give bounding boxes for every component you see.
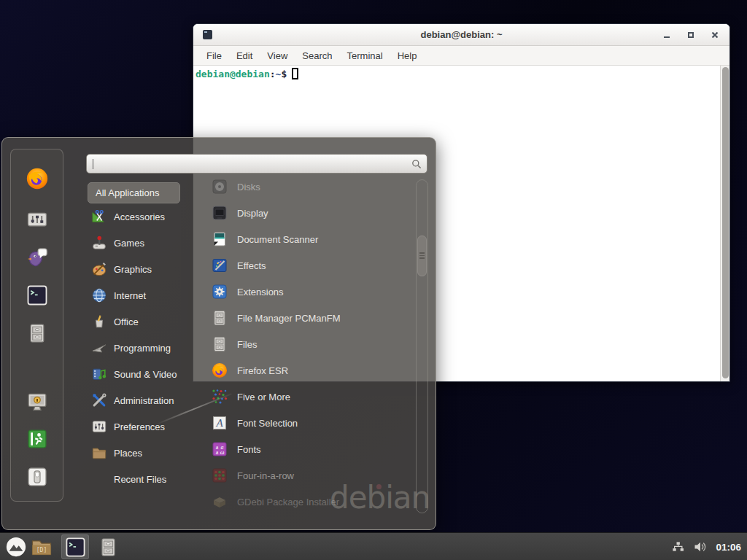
app-label: Font Selection	[237, 418, 298, 429]
text-caret	[93, 159, 93, 169]
category-places[interactable]: Places	[88, 440, 203, 466]
app-disks[interactable]: Disks	[206, 174, 412, 200]
app-five-or-more[interactable]: Five or More	[206, 384, 412, 410]
app-file-manager-pcmanfm[interactable]: File Manager PCManFM	[206, 305, 412, 331]
control-center-icon	[26, 209, 48, 230]
lock-screen-icon	[26, 391, 48, 413]
app-document-scanner[interactable]: Document Scanner	[206, 226, 412, 252]
terminal-scrollbar-thumb[interactable]	[722, 67, 729, 378]
category-sound-video[interactable]: Sound & Video	[88, 361, 203, 387]
prompt-symbol: $	[281, 69, 287, 79]
category-label: Sound & Video	[114, 369, 177, 380]
category-label: Office	[114, 316, 139, 327]
favorite-firefox[interactable]	[25, 166, 50, 191]
file-cabinet-icon	[211, 335, 228, 353]
menu-help[interactable]: Help	[390, 47, 425, 64]
taskbar-terminal-window-button[interactable]	[61, 534, 89, 559]
volume-icon[interactable]	[693, 540, 708, 554]
terminal-titlebar[interactable]: debian@debian: ~	[193, 24, 729, 46]
app-label: GDebi Package Installer	[237, 497, 339, 508]
file-cabinet-icon	[98, 537, 119, 558]
category-internet[interactable]: Internet	[88, 282, 203, 308]
app-label: Firefox ESR	[237, 365, 288, 376]
favorite-files[interactable]	[25, 321, 50, 346]
maximize-button[interactable]	[686, 31, 695, 40]
menu-scrollbar-thumb[interactable]	[417, 236, 427, 276]
prompt-separator: :	[270, 69, 276, 79]
firefox-icon	[211, 362, 228, 379]
app-fonts[interactable]: aaaω Fonts	[206, 436, 412, 462]
app-label: Display	[237, 208, 268, 219]
firefox-icon	[25, 166, 50, 191]
menu-terminal[interactable]: Terminal	[340, 47, 390, 64]
shell-prompt-line: debian@debian:~$	[193, 66, 729, 79]
favorite-terminal[interactable]	[25, 283, 50, 308]
desktop: debian debian@debian: ~ File Edit View S…	[0, 0, 747, 560]
terminal-cursor	[292, 68, 298, 79]
category-games[interactable]: Games	[88, 230, 203, 256]
search-input[interactable]	[93, 157, 406, 171]
category-label: Administration	[114, 395, 174, 406]
menu-search[interactable]: Search	[295, 47, 339, 64]
search-icon	[411, 158, 422, 170]
office-icon	[91, 314, 107, 330]
menu-edit[interactable]: Edit	[229, 47, 260, 64]
taskbar-files-launcher[interactable]	[96, 534, 120, 559]
terminal-scrollbar-track[interactable]	[720, 66, 729, 381]
pcmanfm-folder-icon: [D]	[31, 536, 53, 558]
document-scanner-icon	[211, 230, 228, 248]
category-list: Accessories Games Graphics Internet Offi…	[88, 203, 203, 492]
sound-video-icon	[91, 366, 107, 382]
category-all-applications[interactable]: All Applications	[88, 182, 180, 203]
category-label: Programming	[114, 343, 171, 354]
favorite-control-center[interactable]	[25, 207, 50, 232]
taskbar-file-manager-launcher[interactable]: [D]	[29, 534, 54, 559]
close-button[interactable]	[710, 31, 719, 40]
favorite-pidgin[interactable]	[25, 245, 50, 270]
internet-icon	[91, 287, 107, 303]
category-accessories[interactable]: Accessories	[88, 203, 203, 230]
app-label: Disks	[237, 182, 260, 192]
four-in-a-row-icon	[211, 467, 228, 484]
app-display[interactable]: Display	[206, 200, 412, 226]
favorite-lock-screen[interactable]	[25, 389, 50, 414]
app-firefox-esr[interactable]: Firefox ESR	[206, 357, 412, 384]
app-label: Files	[237, 339, 257, 350]
search-box[interactable]	[86, 154, 427, 174]
app-label: Document Scanner	[237, 234, 318, 245]
app-gdebi-package-installer[interactable]: GDebi Package Installer	[206, 489, 412, 515]
file-cabinet-icon	[26, 322, 48, 344]
taskbar-menu-button[interactable]	[4, 534, 28, 559]
app-extensions[interactable]: Extensions	[206, 279, 412, 305]
app-four-in-a-row[interactable]: Four-in-a-row	[206, 462, 412, 489]
app-label: Effects	[237, 260, 266, 271]
category-administration[interactable]: Administration	[88, 387, 203, 413]
close-icon	[711, 31, 719, 39]
menu-view[interactable]: View	[260, 47, 295, 64]
network-icon[interactable]	[671, 540, 685, 554]
favorite-shutdown[interactable]	[25, 464, 50, 489]
menu-file[interactable]: File	[199, 47, 229, 64]
terminal-icon	[26, 284, 48, 306]
category-recent-files[interactable]: Recent Files	[88, 466, 203, 492]
category-programming[interactable]: Programming	[88, 335, 203, 361]
file-cabinet-icon	[211, 309, 228, 327]
menu-scrollbar-track[interactable]	[416, 179, 428, 513]
prompt-user-host: debian@debian	[196, 69, 270, 79]
category-preferences[interactable]: Preferences	[88, 413, 203, 440]
category-label: Recent Files	[114, 474, 166, 485]
games-icon	[91, 235, 107, 251]
display-icon	[211, 204, 228, 222]
app-files[interactable]: Files	[206, 331, 412, 357]
terminal-icon	[203, 30, 212, 39]
minimize-button[interactable]	[662, 31, 671, 40]
category-graphics[interactable]: Graphics	[88, 256, 203, 282]
extensions-icon	[211, 283, 228, 300]
application-menu: All Applications Accessories Games Graph…	[1, 137, 436, 530]
favorite-log-out[interactable]	[25, 427, 50, 451]
category-office[interactable]: Office	[88, 308, 203, 335]
effects-icon	[211, 257, 228, 274]
taskbar-clock[interactable]: 01:06	[716, 542, 741, 553]
app-font-selection[interactable]: A Font Selection	[206, 410, 412, 436]
app-effects[interactable]: Effects	[206, 252, 412, 279]
